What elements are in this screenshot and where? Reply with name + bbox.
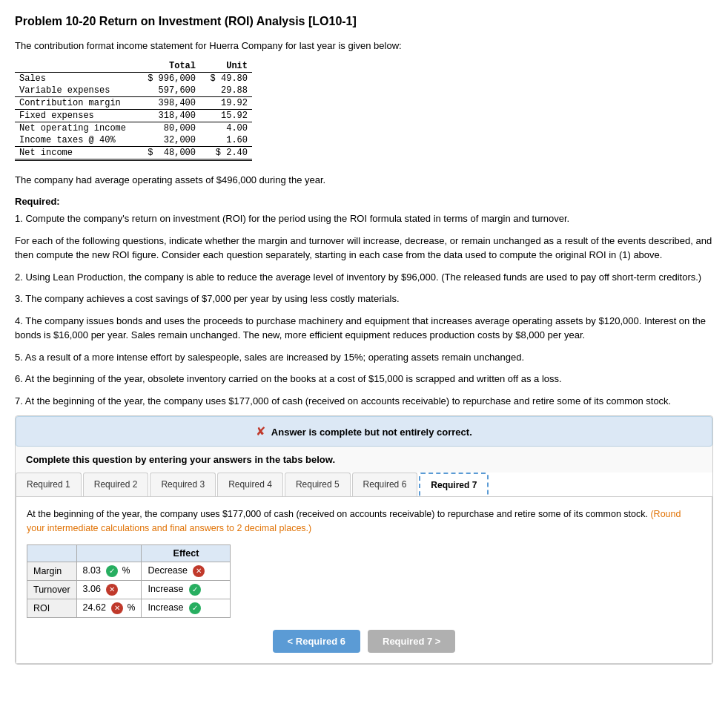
problem-text-1: 1. Compute the company's return on inves… — [15, 211, 713, 226]
turnover-value-x-icon: ✕ — [106, 584, 118, 596]
content-question: At the beginning of the year, the compan… — [27, 507, 701, 536]
answer-box: ✘ Answer is complete but not entirely co… — [15, 415, 713, 665]
tab-required-5[interactable]: Required 5 — [285, 473, 351, 496]
tab-required-7[interactable]: Required 7 — [419, 473, 489, 496]
margin-effect-x-icon: ✕ — [193, 565, 205, 577]
tab-required-6[interactable]: Required 6 — [352, 473, 418, 496]
tab-required-4[interactable]: Required 4 — [217, 473, 283, 496]
tab-required-2[interactable]: Required 2 — [83, 473, 149, 496]
problem-text-4: 3. The company achieves a cost savings o… — [15, 292, 713, 306]
banner-text: Answer is complete but not entirely corr… — [271, 427, 472, 438]
col-header-effect: Effect — [142, 544, 231, 562]
row-value-margin: 8.03 ✓ % — [76, 562, 142, 580]
row-label-turnover: Turnover — [27, 580, 77, 599]
row-effect-turnover: Increase ✓ — [142, 580, 231, 599]
content-area: At the beginning of the year, the compan… — [16, 497, 712, 664]
page-title: Problem 10-20 Return on Investment (ROI)… — [15, 15, 713, 28]
tab-required-3[interactable]: Required 3 — [150, 473, 216, 496]
problem-text-6: 5. As a result of a more intense effort … — [15, 350, 713, 365]
complete-question: Complete this question by entering your … — [16, 447, 712, 473]
col-header-label — [27, 544, 77, 562]
problem-text-3: 2. Using Lean Production, the company is… — [15, 270, 713, 285]
row-label-margin: Margin — [27, 562, 77, 580]
back-button[interactable]: < Required 6 — [273, 630, 360, 653]
table-row-turnover: Turnover 3.06 ✕ Increase ✓ — [27, 580, 231, 599]
intro-text: The contribution format income statement… — [15, 40, 713, 51]
required-heading: Required: — [15, 196, 713, 207]
row-value-roi: 24.62 ✕ % — [76, 599, 142, 617]
problem-text-7: 6. At the beginning of the year, obsolet… — [15, 372, 713, 386]
row-effect-margin: Decrease ✕ — [142, 562, 231, 580]
problem-text-2: For each of the following questions, ind… — [15, 234, 713, 263]
tabs-container: Required 1 Required 2 Required 3 Require… — [16, 473, 712, 497]
income-table: Total Unit Sales $ 996,000 $ 49.80 Varia… — [15, 60, 252, 161]
roi-effect-check-icon: ✓ — [189, 602, 201, 614]
avg-assets-text: The company had average operating assets… — [15, 174, 713, 185]
roi-value-x-icon: ✕ — [111, 602, 123, 614]
turnover-effect-check-icon: ✓ — [189, 584, 201, 596]
row-label-roi: ROI — [27, 599, 77, 617]
answer-table: Effect Margin 8.03 ✓ % Decrease ✕ Turnov… — [27, 544, 231, 618]
nav-buttons: < Required 6 Required 7 > — [27, 630, 701, 653]
problem-text-5: 4. The company issues bonds and uses the… — [15, 314, 713, 343]
col-header-value — [76, 544, 142, 562]
answer-banner: ✘ Answer is complete but not entirely co… — [16, 416, 712, 447]
table-row-margin: Margin 8.03 ✓ % Decrease ✕ — [27, 562, 231, 580]
table-row-roi: ROI 24.62 ✕ % Increase ✓ — [27, 599, 231, 617]
margin-value-check-icon: ✓ — [106, 565, 118, 577]
row-value-turnover: 3.06 ✕ — [76, 580, 142, 599]
row-effect-roi: Increase ✓ — [142, 599, 231, 617]
x-circle-icon: ✘ — [256, 425, 265, 438]
forward-button[interactable]: Required 7 > — [368, 630, 455, 653]
problem-text-8: 7. At the beginning of the year, the com… — [15, 394, 713, 409]
content-note: (Round your intermediate calculations an… — [27, 509, 681, 533]
tab-required-1[interactable]: Required 1 — [16, 473, 82, 496]
